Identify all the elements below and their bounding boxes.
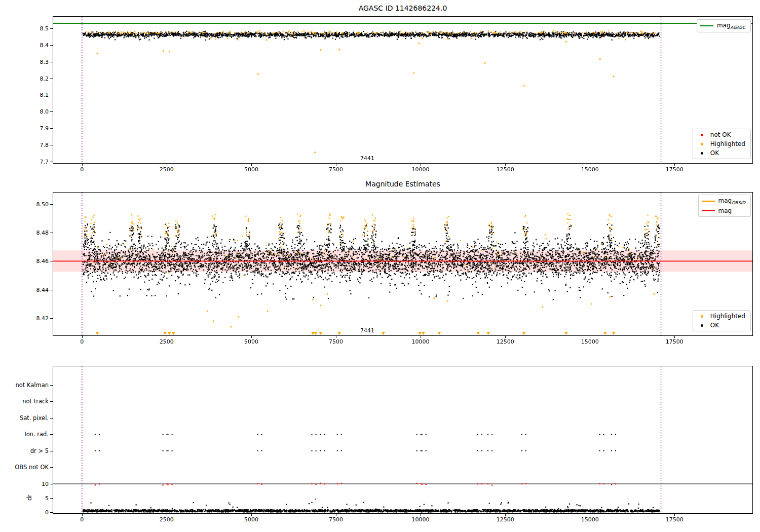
category-label-5: OBS not OK: [4, 464, 49, 471]
x-tick-label: 17500: [666, 338, 683, 345]
x-tick-mark: [336, 514, 336, 516]
legend-label: magOBSID: [718, 197, 746, 205]
x-tick-mark: [590, 164, 590, 166]
y-tick-label: 8.2: [28, 75, 49, 82]
dr-axis-label: dr: [26, 495, 33, 501]
plot1-annotation: 7441: [360, 155, 374, 162]
x-tick-label: 0: [80, 166, 84, 173]
category-label-2: Sat. pixel.: [4, 414, 49, 422]
plot2-canvas: [53, 193, 752, 335]
x-tick-label: 2500: [160, 516, 174, 523]
dr-tick-label: 5: [33, 495, 49, 502]
plot1-title: AGASC ID 1142686224.0: [53, 4, 753, 12]
y-tick-mark: [50, 162, 53, 162]
x-tick-mark: [505, 514, 506, 516]
x-tick-label: 17500: [666, 516, 683, 523]
dr-tick-label: 10: [33, 481, 49, 487]
y-tick-mark: [50, 62, 53, 62]
x-tick-mark: [505, 336, 506, 338]
legend-label: OK: [710, 149, 719, 157]
x-tick-mark: [336, 336, 336, 338]
plot2-axes: 7441 magOBSIDmagHighlightedOK: [53, 192, 753, 336]
y-tick-label: 8.44: [28, 286, 49, 293]
x-tick-label: 5000: [244, 166, 258, 173]
legend-line-swatch: [700, 25, 713, 26]
y-tick-label: 8.1: [28, 92, 49, 98]
legend-entry: magOBSID: [702, 197, 746, 205]
plot3-axes: [53, 366, 753, 514]
y-tick-mark: [50, 261, 53, 261]
x-tick-label: 2500: [160, 338, 174, 345]
category-label-3: Ion. rad.: [4, 431, 49, 438]
x-tick-mark: [167, 336, 167, 338]
y-tick-mark: [50, 45, 53, 46]
legend-line-swatch: [702, 210, 715, 211]
y-tick-label: 7.7: [28, 158, 49, 165]
x-tick-label: 7500: [329, 338, 343, 345]
y-tick-mark: [50, 451, 53, 451]
y-tick-label: 7.9: [28, 125, 49, 132]
x-tick-mark: [674, 164, 675, 166]
x-tick-mark: [421, 336, 421, 338]
plot1-marker-legend: not OKHighlightedOK: [693, 129, 751, 159]
legend-entry: Highlighted: [696, 313, 745, 320]
x-tick-label: 12500: [497, 166, 514, 173]
x-tick-label: 10000: [412, 338, 430, 345]
category-label-4: dr > 5: [4, 447, 49, 454]
legend-entry: mag: [702, 207, 746, 214]
y-tick-mark: [50, 484, 53, 484]
y-tick-mark: [50, 498, 53, 499]
x-tick-label: 7500: [329, 166, 343, 173]
plot2-annotation: 7441: [360, 327, 374, 334]
x-tick-label: 7500: [329, 516, 343, 523]
y-tick-label: 8.4: [28, 42, 49, 48]
x-tick-mark: [251, 336, 252, 338]
x-tick-mark: [590, 336, 590, 338]
x-tick-label: 2500: [160, 166, 174, 173]
y-tick-mark: [50, 401, 53, 402]
x-tick-mark: [421, 514, 421, 516]
plot3-canvas: [53, 366, 752, 513]
y-tick-mark: [50, 145, 53, 145]
x-tick-mark: [82, 164, 83, 166]
dr-tick-label: 0: [33, 509, 49, 516]
y-tick-label: 8.50: [28, 201, 49, 207]
x-tick-mark: [251, 514, 252, 516]
legend-entry: OK: [696, 149, 745, 157]
x-tick-label: 0: [80, 338, 84, 345]
figure: AGASC ID 1142686224.0 7441 magAGASCnot O…: [0, 0, 760, 532]
x-tick-label: 12500: [497, 338, 514, 345]
legend-entry: not OK: [696, 131, 745, 138]
plot2-title: Magnitude Estimates: [53, 180, 753, 188]
x-tick-mark: [167, 514, 167, 516]
x-tick-mark: [674, 514, 675, 516]
category-label-1: not track: [4, 398, 49, 405]
y-tick-label: 8.0: [28, 108, 49, 115]
y-tick-mark: [50, 512, 53, 513]
legend-label: magAGASC: [717, 22, 745, 30]
x-tick-label: 15000: [581, 166, 599, 173]
y-tick-mark: [50, 111, 53, 112]
x-tick-label: 15000: [581, 338, 599, 345]
x-tick-label: 10000: [412, 516, 430, 523]
legend-dot-swatch: [701, 315, 703, 318]
y-tick-mark: [50, 418, 53, 419]
y-tick-mark: [50, 95, 53, 95]
x-tick-mark: [167, 164, 167, 166]
legend-label: OK: [710, 322, 719, 329]
legend-label: Highlighted: [710, 140, 745, 147]
x-tick-mark: [251, 164, 252, 166]
legend-label: not OK: [710, 131, 731, 138]
y-tick-mark: [50, 290, 53, 290]
y-tick-mark: [50, 79, 53, 79]
legend-entry: magAGASC: [700, 22, 745, 30]
x-tick-mark: [82, 336, 83, 338]
y-tick-label: 8.46: [28, 258, 49, 264]
plot2-line-legend: magOBSIDmag: [698, 195, 751, 217]
y-tick-label: 8.42: [28, 315, 49, 322]
y-tick-label: 7.8: [28, 141, 49, 148]
y-tick-label: 8.3: [28, 58, 49, 65]
legend-dot-swatch: [701, 143, 703, 145]
x-tick-mark: [421, 164, 421, 166]
x-tick-label: 5000: [244, 516, 258, 523]
